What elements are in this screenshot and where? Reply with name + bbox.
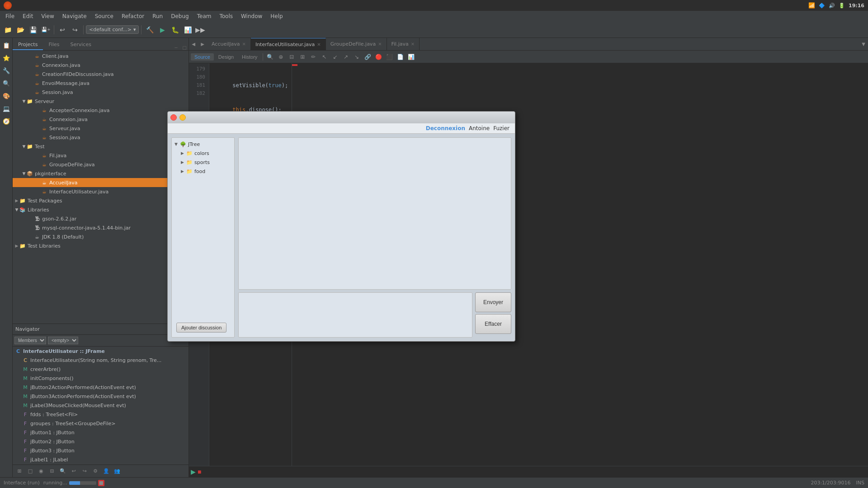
menu-file[interactable]: File [2,12,18,20]
panel-minimize-btn[interactable]: − [172,45,179,50]
open-project-btn[interactable]: 📂 [14,24,26,36]
run-config-select[interactable]: <default conf...> ▾ [86,25,139,34]
nav-item-jlbl3[interactable]: M jLabel3MouseClicked(MouseEvent evt) [13,401,189,410]
tab-files[interactable]: Files [43,40,65,50]
nav-item-jbtn3[interactable]: M jButton3ActionPerformed(ActionEvent ev… [13,392,189,401]
editor-icon-7[interactable]: ↙ [330,52,340,62]
design-tab-btn[interactable]: Design [215,53,237,61]
source-tab-btn[interactable]: Source [191,53,214,61]
dialog-message-input[interactable] [238,292,472,338]
tab-groupedefil-close[interactable]: ✕ [378,42,382,47]
members-select[interactable]: Members [14,337,46,344]
undo-btn[interactable]: ↩ [57,24,68,36]
bottom-btn-4[interactable]: ⊟ [47,466,57,476]
run-test-btn[interactable]: ▶▶ [194,24,206,36]
tree-item-test[interactable]: ▼ 📁 Test [13,142,189,151]
tab-groupedefil[interactable]: GroupeDeFile.java ✕ [326,38,387,50]
nav-item-jbtn2[interactable]: M jButton2ActionPerformed(ActionEvent ev… [13,383,189,392]
editor-icon-12[interactable]: ⬛ [384,52,394,62]
editor-icon-11[interactable]: 🔴 [373,52,383,62]
dialog-tree-root[interactable]: ▼ 🌳 JTree [174,140,232,149]
tree-item-connexion-srv[interactable]: ☕ Connexion.java [13,115,189,124]
tab-projects[interactable]: Projects [13,40,43,50]
run-play-btn[interactable]: ▶ [191,468,196,475]
services-icon-btn[interactable]: 🔧 [1,65,12,76]
bottom-btn-3[interactable]: ◉ [36,466,46,476]
palette-icon-btn[interactable]: 🎨 [1,90,12,101]
editor-icon-9[interactable]: ↘ [352,52,362,62]
dialog-tree-food[interactable]: ▶ 📁 food [174,167,232,176]
tree-item-session-srv[interactable]: ☕ Session.java [13,133,189,142]
editor-icon-8[interactable]: ↗ [341,52,351,62]
tab-accueil[interactable]: AccueilJava ✕ [207,38,251,50]
add-discussion-btn[interactable]: Ajouter discussion [176,323,226,333]
tree-item-creation[interactable]: ☕ CreationFilDeDiscussion.java [13,70,189,79]
tree-item-session-client[interactable]: ☕ Session.java [13,88,189,97]
nav-item-jlbl1[interactable]: F jLabel1 : JLabel [13,455,189,464]
panel-restore-btn[interactable]: □ [181,45,189,50]
editor-icon-2[interactable]: ⊕ [276,52,286,62]
bottom-btn-8[interactable]: ⚙ [90,466,100,476]
tree-item-jdk[interactable]: ☕ JDK 1.8 (Default) [13,232,189,241]
tab-prev-btn[interactable]: ◀ [189,38,198,50]
projects-icon-btn[interactable]: 📋 [1,40,12,51]
new-project-btn[interactable]: 📁 [2,24,14,36]
navigator-icon-btn[interactable]: 🧭 [1,116,12,127]
bottom-btn-1[interactable]: ⊞ [14,466,24,476]
run-main-btn[interactable]: ▶ [156,24,168,36]
tab-interfaceutilisateur[interactable]: InterfaceUtilisateur.java ✕ [251,38,326,50]
bottom-btn-7[interactable]: ↪ [80,466,90,476]
tree-item-accueil[interactable]: ☕ AccueilJava [13,178,189,187]
menu-view[interactable]: View [38,12,57,20]
tree-item-serveur-java[interactable]: ☕ Serveur.java [13,124,189,133]
save-btn[interactable]: 💾 [27,24,39,36]
editor-icon-3[interactable]: ⊟ [287,52,297,62]
editor-icon-4[interactable]: ⊞ [297,52,307,62]
dialog-close-btn[interactable] [170,114,177,121]
nav-item-groupes[interactable]: F groupes : TreeSet<GroupeDeFile> [13,419,189,428]
editor-icon-14[interactable]: 📊 [406,52,416,62]
tree-item-client[interactable]: ☕ Client.java [13,52,189,61]
nav-item-fdds[interactable]: F fdds : TreeSet<Fil> [13,410,189,419]
tab-menu-btn[interactable]: ▼ [859,38,868,50]
ubuntu-icon[interactable] [4,1,12,9]
menu-navigate[interactable]: Navigate [59,12,90,20]
tab-interfaceutilisateur-close[interactable]: ✕ [317,42,321,47]
tab-fil-close[interactable]: ✕ [411,42,415,47]
nav-item-jbtn2f[interactable]: F jButton2 : JButton [13,437,189,446]
debug-btn[interactable]: 🐛 [169,24,181,36]
profile-btn[interactable]: 📊 [182,24,193,36]
menu-edit[interactable]: Edit [19,12,37,20]
deconnexion-btn[interactable]: Deconnexion [426,125,465,131]
tree-item-accepter[interactable]: ☕ AccepterConnexion.java [13,106,189,115]
nav-item-jbtn1[interactable]: F jButton1 : JButton [13,428,189,437]
tree-item-gson[interactable]: 🗜 gson-2.6.2.jar [13,214,189,223]
tab-fil[interactable]: Fil.java ✕ [387,38,420,50]
clear-btn[interactable]: Effacer [475,314,511,334]
editor-icon-13[interactable]: 📄 [395,52,405,62]
bottom-btn-2[interactable]: □ [25,466,35,476]
tree-item-pkginterface[interactable]: ▼ 📦 pkginterface [13,169,189,178]
history-tab-btn[interactable]: History [238,53,261,61]
tab-next-btn[interactable]: ▶ [198,38,207,50]
dialog-tree-colors[interactable]: ▶ 📁 colors [174,149,232,158]
nav-item-jbtn3f[interactable]: F jButton3 : JButton [13,446,189,455]
send-btn[interactable]: Envoyer [475,292,511,312]
editor-icon-5[interactable]: ✏ [308,52,318,62]
menu-source[interactable]: Source [91,12,117,20]
nav-item-init[interactable]: M initComponents() [13,374,189,383]
nav-item-creer[interactable]: M creerArbre() [13,365,189,374]
tree-item-mysql[interactable]: 🗜 mysql-connector-java-5.1.44-bin.jar [13,223,189,232]
menu-team[interactable]: Team [193,12,215,20]
tree-item-fil[interactable]: ☕ Fil.java [13,151,189,160]
tree-item-libraries[interactable]: ▼ 📚 Libraries [13,205,189,214]
empty-select[interactable]: <empty> [48,337,78,344]
tree-item-groupedefil[interactable]: ☕ GroupeDeFile.java [13,160,189,169]
nav-class-item[interactable]: C InterfaceUtilisateur :: JFrame [13,347,189,356]
tree-item-envoi[interactable]: ☕ EnvoiMessage.java [13,79,189,88]
editor-icon-6[interactable]: ↖ [319,52,329,62]
clean-build-btn[interactable]: 🔨 [144,24,156,36]
editor-icon-1[interactable]: 🔍 [265,52,275,62]
tab-accueil-close[interactable]: ✕ [242,42,246,47]
tree-item-testlibs[interactable]: ▶ 📁 Test Libraries [13,241,189,250]
